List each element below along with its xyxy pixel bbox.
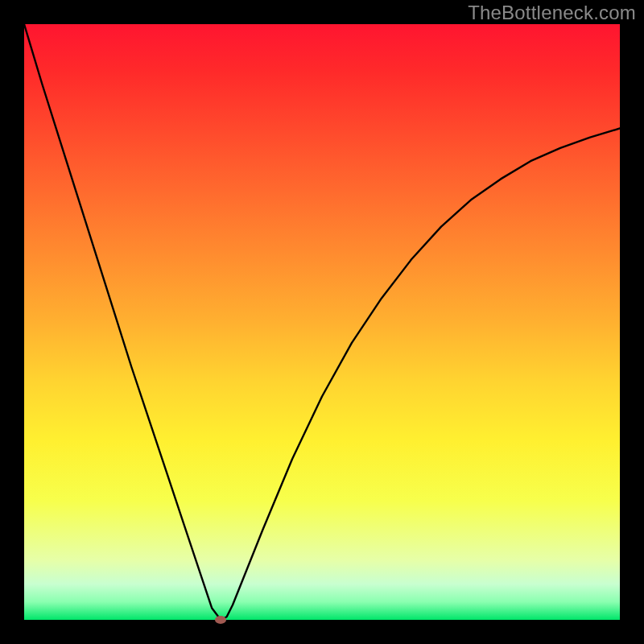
cusp-marker bbox=[215, 616, 226, 624]
watermark-text: TheBottleneck.com bbox=[468, 2, 636, 24]
gradient-background bbox=[24, 24, 620, 620]
chart-area bbox=[24, 24, 620, 620]
